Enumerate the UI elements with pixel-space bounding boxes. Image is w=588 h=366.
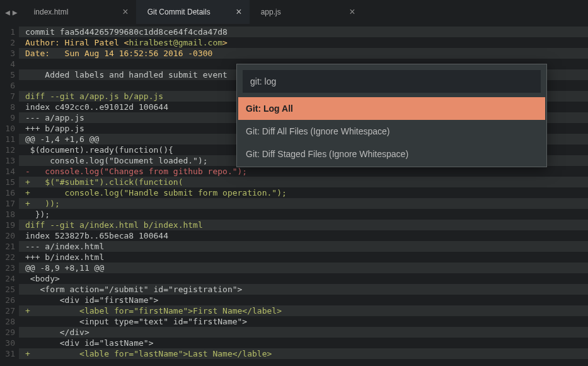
code-line: Date: Sun Aug 14 16:52:56 2016 -0300: [19, 48, 588, 59]
tab-git-commit-details[interactable]: Git Commit Details ×: [136, 0, 250, 24]
code-line: + <label for="firstName">First Name</lab…: [19, 305, 588, 316]
close-icon[interactable]: ×: [236, 6, 241, 18]
line-number: 21: [0, 241, 19, 252]
code-line: Author: Hiral Patel <hiralbest@gmail.com…: [19, 37, 588, 48]
nav-back-icon[interactable]: ◀: [5, 8, 10, 17]
line-number: 9: [0, 112, 19, 123]
line-number: 29: [0, 327, 19, 338]
line-number: 7: [0, 91, 19, 102]
line-number: 23: [0, 263, 19, 273]
editor-tabs: index.html × Git Commit Details × app.js…: [23, 0, 588, 24]
line-number: 10: [0, 123, 19, 134]
nav-forward-icon[interactable]: ▶: [13, 8, 18, 17]
code-line: });: [19, 209, 588, 220]
line-number: 15: [0, 177, 19, 187]
tab-index-html[interactable]: index.html ×: [23, 0, 136, 24]
line-number: 17: [0, 198, 19, 209]
line-number: 28: [0, 316, 19, 327]
line-number: 18: [0, 209, 19, 220]
code-line: <div id="firstName">: [19, 295, 588, 305]
tab-label: app.js: [261, 8, 281, 16]
line-number: 30: [0, 338, 19, 348]
line-number: 2: [0, 37, 19, 48]
code-line: <input type="text" id="firstName">: [19, 316, 588, 327]
palette-item-git-diff-all[interactable]: Git: Diff All Files (Ignore Whitespace): [238, 120, 545, 143]
code-line: + ));: [19, 198, 588, 209]
code-line: --- a/index.html: [19, 241, 588, 252]
line-number: 12: [0, 145, 19, 155]
palette-item-git-diff-staged[interactable]: Git: Diff Staged Files (Ignore Whitespac…: [238, 143, 545, 165]
line-number: 27: [0, 305, 19, 316]
line-number: 13: [0, 155, 19, 166]
code-line: index 523827b..65beca8 100644: [19, 230, 588, 241]
command-palette-input[interactable]: git: log: [243, 70, 541, 93]
code-line: + $("#submit").click(function(: [19, 177, 588, 187]
code-line: @@ -8,9 +8,11 @@: [19, 263, 588, 273]
code-line: + console.log("Handle submit form operat…: [19, 187, 588, 198]
line-number: 25: [0, 284, 19, 295]
code-line: commit faa5d44265799680c1dd8ce64f4cda47d…: [19, 27, 588, 37]
palette-item-git-log-all[interactable]: Git: Log All: [238, 97, 545, 120]
line-gutter: 1234567891011121314151617181920212223242…: [0, 24, 19, 366]
tab-app-js[interactable]: app.js ×: [250, 0, 363, 24]
line-number: 14: [0, 166, 19, 177]
code-line: <body>: [19, 273, 588, 284]
code-line: diff --git a/index.html b/index.html: [19, 220, 588, 230]
line-number: 22: [0, 252, 19, 263]
line-number: 31: [0, 348, 19, 359]
line-number: 4: [0, 59, 19, 69]
line-number: 1: [0, 27, 19, 37]
line-number: 20: [0, 230, 19, 241]
command-palette: git: log Git: Log All Git: Diff All File…: [236, 64, 547, 167]
line-number: 16: [0, 187, 19, 198]
line-number: 19: [0, 220, 19, 230]
line-number: 6: [0, 80, 19, 91]
line-number: 8: [0, 102, 19, 112]
code-line: </div>: [19, 327, 588, 338]
line-number: 3: [0, 48, 19, 59]
code-line: <form action="/submit" id="registration"…: [19, 284, 588, 295]
line-number: 5: [0, 69, 19, 80]
code-line: +++ b/index.html: [19, 252, 588, 263]
line-number: 24: [0, 273, 19, 284]
close-icon[interactable]: ×: [122, 6, 128, 18]
code-line: + <lable for="lastName">Last Name</lable…: [19, 348, 588, 359]
code-line: - console.log("Changes from github repo.…: [19, 166, 588, 177]
close-icon[interactable]: ×: [349, 6, 355, 18]
tab-label: Git Commit Details: [147, 8, 210, 16]
tab-label: index.html: [34, 8, 69, 16]
line-number: 11: [0, 134, 19, 145]
line-number: 26: [0, 295, 19, 305]
code-line: <div id="lastName">: [19, 338, 588, 348]
